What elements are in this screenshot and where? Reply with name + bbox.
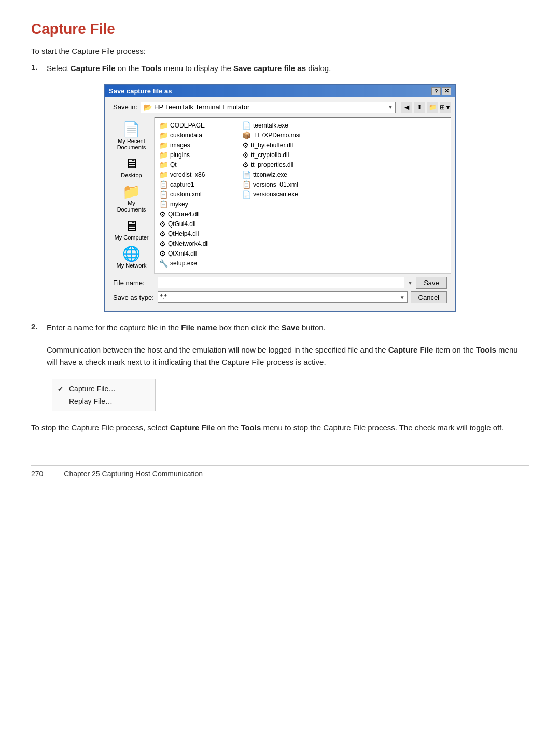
file-item[interactable]: ⚙QtGui4.dll bbox=[158, 219, 237, 229]
sidebar-item-documents[interactable]: 📁 My Documents bbox=[112, 182, 151, 215]
exe-icon: 📄 bbox=[242, 171, 251, 179]
file-name: CODEPAGE bbox=[170, 122, 205, 129]
dropdown-arrow-icon: ▼ bbox=[388, 104, 393, 110]
dll-icon: ⚙ bbox=[159, 249, 166, 258]
folder-icon: 📁 bbox=[159, 131, 168, 139]
dll-icon: ⚙ bbox=[242, 151, 249, 159]
file-item[interactable]: 📋mykey bbox=[158, 200, 237, 209]
file-item[interactable]: 📄teemtalk.exe bbox=[241, 121, 320, 130]
config-file-icon: 📋 bbox=[159, 180, 168, 189]
menu-preview: ✔ Capture File… Replay File… bbox=[52, 379, 156, 411]
dialog-titlebar: Save capture file as ? ✕ bbox=[105, 85, 455, 97]
file-name: setup.exe bbox=[170, 260, 197, 267]
save-type-dropdown-arrow: ▼ bbox=[400, 294, 405, 300]
new-folder-btn[interactable]: 📁 bbox=[427, 102, 438, 113]
dll-icon: ⚙ bbox=[159, 210, 166, 218]
dll-icon: ⚙ bbox=[242, 141, 249, 149]
save-as-type-value: *.* bbox=[160, 293, 167, 301]
recent-docs-label: My RecentDocuments bbox=[117, 138, 146, 150]
file-name: plugins bbox=[170, 151, 190, 159]
file-name: versions_01.xml bbox=[253, 181, 298, 188]
sidebar-item-network[interactable]: 🌐 My Network bbox=[112, 245, 151, 271]
save-in-label: Save in: bbox=[109, 103, 137, 111]
save-in-dropdown[interactable]: 📂 HP TeemTalk Terminal Emulator ▼ bbox=[141, 102, 396, 113]
save-dialog: Save capture file as ? ✕ Save in: 📂 HP T… bbox=[104, 84, 456, 312]
my-computer-label: My Computer bbox=[114, 234, 148, 241]
file-item[interactable]: 📁customdata bbox=[158, 131, 237, 140]
up-btn[interactable]: ⬆ bbox=[414, 102, 425, 113]
file-name: QtXml4.dll bbox=[168, 250, 197, 257]
file-item[interactable]: ⚙tt_bytebuffer.dll bbox=[241, 140, 320, 150]
file-item[interactable]: 📋versions_01.xml bbox=[241, 180, 320, 189]
file-col-1: 📁CODEPAGE 📁customdata 📁images 📁plugins 📁… bbox=[158, 121, 241, 268]
file-item[interactable]: 📁images bbox=[158, 140, 237, 150]
folder-icon: 📁 bbox=[159, 151, 168, 159]
file-item[interactable]: 📁plugins bbox=[158, 150, 237, 160]
page-title: Capture File bbox=[31, 21, 529, 37]
file-item[interactable]: 📦TT7XPDemo.msi bbox=[241, 131, 320, 140]
file-name: custom.xml bbox=[170, 191, 202, 198]
file-name: tt_cryptolib.dll bbox=[251, 151, 289, 159]
file-item[interactable]: ⚙QtXml4.dll bbox=[158, 249, 237, 258]
menu-item-replay[interactable]: Replay File… bbox=[52, 395, 155, 407]
dll-icon: ⚙ bbox=[159, 240, 166, 248]
file-item[interactable]: 📋capture1 bbox=[158, 180, 237, 189]
back-btn[interactable]: ◀ bbox=[401, 102, 412, 113]
my-documents-icon: 📁 bbox=[122, 185, 141, 199]
file-item[interactable]: ⚙tt_cryptolib.dll bbox=[241, 150, 320, 160]
close-btn[interactable]: ✕ bbox=[442, 87, 451, 95]
step-1-text: Select Capture File on the Tools menu to… bbox=[47, 63, 331, 75]
desktop-icon: 🖥 bbox=[124, 157, 139, 171]
file-item[interactable]: 📋custom.xml bbox=[158, 190, 237, 199]
exe-icon: 🔧 bbox=[159, 259, 168, 268]
save-type-row: Save as type: *.* ▼ Cancel bbox=[113, 291, 447, 303]
chapter-info: Chapter 25 Capturing Host Communication bbox=[64, 470, 203, 478]
file-item[interactable]: 🔧setup.exe bbox=[158, 259, 237, 268]
step-2-num: 2. bbox=[31, 322, 41, 334]
file-item[interactable]: 📁Qt bbox=[158, 160, 237, 170]
file-item[interactable]: ⚙QtNetwork4.dll bbox=[158, 239, 237, 248]
step-1: 1. Select Capture File on the Tools menu… bbox=[31, 63, 529, 75]
help-btn[interactable]: ? bbox=[431, 87, 441, 95]
sidebar-item-desktop[interactable]: 🖥 Desktop bbox=[112, 154, 151, 180]
file-item[interactable]: 📄ttconwiz.exe bbox=[241, 170, 320, 179]
sidebar-item-recent[interactable]: 📄 My RecentDocuments bbox=[112, 120, 151, 152]
xml-icon: 📋 bbox=[242, 180, 251, 189]
toolbar-icons: ◀ ⬆ 📁 ⊞▼ bbox=[401, 102, 451, 113]
file-name: QtGui4.dll bbox=[168, 220, 195, 228]
file-name: versionscan.exe bbox=[253, 191, 298, 198]
folder-icon: 📁 bbox=[159, 121, 168, 130]
file-name-dropdown-arrow[interactable]: ▼ bbox=[408, 280, 413, 286]
my-documents-label: My Documents bbox=[113, 200, 150, 213]
file-name: TT7XPDemo.msi bbox=[253, 132, 300, 139]
file-name: QtCore4.dll bbox=[168, 210, 200, 218]
file-name-row: File name: ▼ Save bbox=[113, 277, 447, 289]
file-item[interactable]: ⚙tt_properties.dll bbox=[241, 160, 320, 170]
sidebar-item-computer[interactable]: 🖥 My Computer bbox=[112, 217, 151, 243]
step-2-para: Communication between the host and the e… bbox=[47, 344, 529, 369]
exe-icon: 📄 bbox=[242, 121, 251, 130]
menu-item-capture[interactable]: ✔ Capture File… bbox=[52, 383, 155, 395]
file-name: tt_properties.dll bbox=[251, 161, 293, 168]
file-item[interactable]: 📁CODEPAGE bbox=[158, 121, 237, 130]
view-btn[interactable]: ⊞▼ bbox=[440, 102, 451, 113]
dll-icon: ⚙ bbox=[159, 230, 166, 238]
file-name: images bbox=[170, 142, 190, 149]
cancel-button[interactable]: Cancel bbox=[411, 291, 447, 303]
exe-icon: 📄 bbox=[242, 190, 251, 199]
file-item[interactable]: ⚙QtHelp4.dll bbox=[158, 229, 237, 238]
step-2: 2. Enter a name for the capture file in … bbox=[31, 322, 529, 334]
file-name-label: File name: bbox=[113, 279, 155, 287]
save-as-type-dropdown[interactable]: *.* ▼ bbox=[158, 291, 408, 303]
save-button[interactable]: Save bbox=[416, 277, 447, 289]
file-name: customdata bbox=[170, 132, 202, 139]
file-name: ttconwiz.exe bbox=[253, 171, 287, 178]
dialog-body: Save in: 📂 HP TeemTalk Terminal Emulator… bbox=[105, 97, 455, 311]
file-item[interactable]: 📄versionscan.exe bbox=[241, 190, 320, 199]
save-in-value: HP TeemTalk Terminal Emulator bbox=[154, 103, 249, 111]
file-item[interactable]: ⚙QtCore4.dll bbox=[158, 209, 237, 219]
save-in-row: Save in: 📂 HP TeemTalk Terminal Emulator… bbox=[109, 102, 451, 113]
folder-icon: 📁 bbox=[159, 141, 168, 149]
file-name-input[interactable] bbox=[158, 277, 404, 288]
file-item[interactable]: 📁vcredist_x86 bbox=[158, 170, 237, 179]
